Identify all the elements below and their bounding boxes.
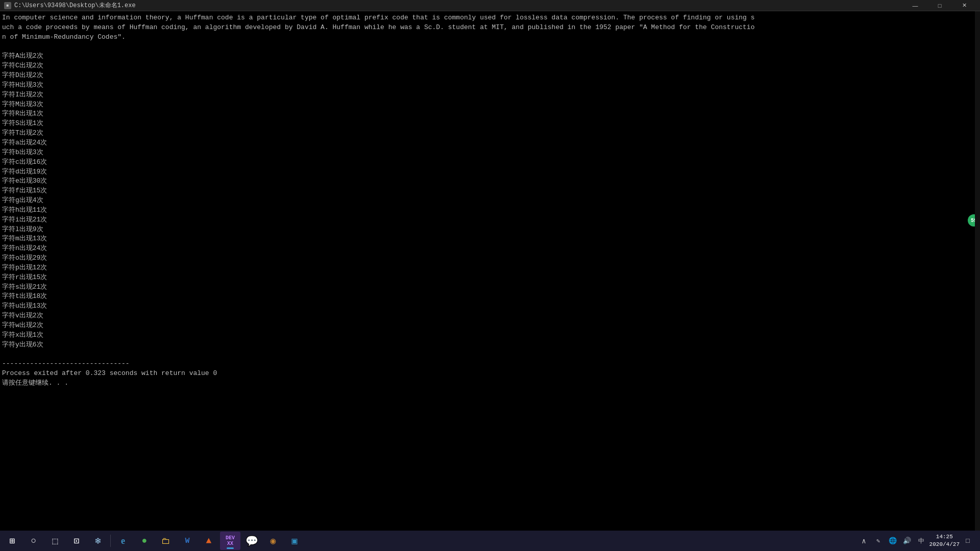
scrollbar[interactable]: [975, 11, 980, 531]
titlebar: ■ C:\Users\93498\Desktop\未命名1.exe — □ ✕: [0, 0, 980, 11]
file-explorer-app[interactable]: 🗀: [156, 532, 176, 550]
titlebar-left: ■ C:\Users\93498\Desktop\未命名1.exe: [4, 1, 136, 10]
tray-network-icon[interactable]: 🌐: [887, 532, 899, 550]
360-app[interactable]: ●: [134, 532, 155, 550]
tray-volume-icon[interactable]: 🔊: [901, 532, 913, 550]
maximize-button[interactable]: □: [928, 0, 951, 11]
window-title: C:\Users\93498\Desktop\未命名1.exe: [14, 1, 136, 10]
tray-expand[interactable]: ∧: [858, 532, 870, 550]
notification-icon[interactable]: □: [962, 532, 974, 550]
clock-time: 14:25: [936, 533, 953, 541]
snap-button[interactable]: ⊡: [66, 532, 87, 550]
tray-edit-icon[interactable]: ✎: [872, 532, 885, 550]
terminal-output: In computer science and information theo…: [0, 11, 980, 531]
close-button[interactable]: ✕: [952, 0, 976, 11]
taskbar-tray: ∧ ✎ 🌐 🔊 中 14:25 2020/4/27 □: [858, 532, 978, 550]
arrow-app[interactable]: ▲: [199, 532, 219, 550]
food-app[interactable]: ◉: [263, 532, 283, 550]
clock-date: 2020/4/27: [929, 541, 960, 548]
task-view-button[interactable]: ⬚: [45, 532, 65, 550]
search-button[interactable]: ○: [23, 532, 44, 550]
taskbar: ⊞ ○ ⬚ ⊡ ❄ e ● 🗀 W ▲ DEVXX 💬 ◉ ▣ ∧ ✎ 🌐 🔊 …: [0, 531, 980, 551]
widget-button[interactable]: ❄: [88, 532, 108, 550]
taskbar-separator: [110, 535, 111, 547]
clock[interactable]: 14:25 2020/4/27: [929, 533, 960, 549]
app-icon: ■: [4, 2, 11, 9]
monitor-app[interactable]: ▣: [284, 532, 305, 550]
edge-app[interactable]: e: [113, 532, 133, 550]
window-controls: — □ ✕: [903, 0, 976, 11]
minimize-button[interactable]: —: [903, 0, 927, 11]
start-button[interactable]: ⊞: [2, 532, 22, 550]
tray-keyboard-icon[interactable]: 中: [915, 532, 927, 550]
wps-word-app[interactable]: W: [177, 532, 198, 550]
wechat-app[interactable]: 💬: [241, 532, 262, 550]
dev-app[interactable]: DEVXX: [220, 532, 240, 550]
